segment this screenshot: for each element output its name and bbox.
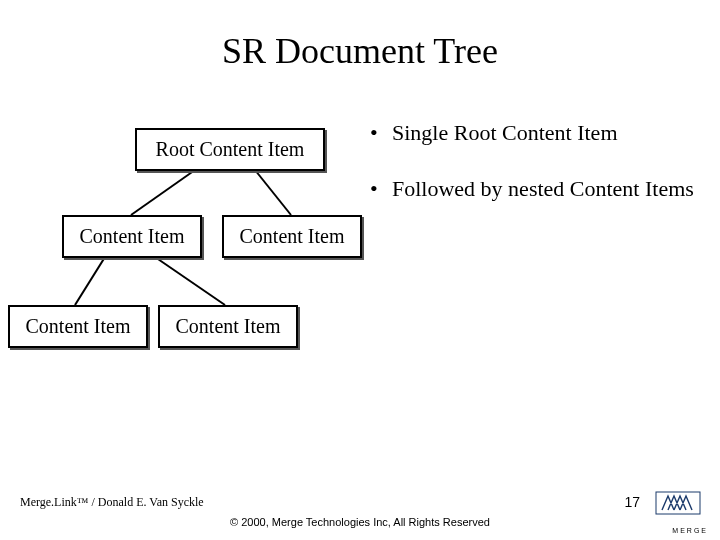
tree-node-l1-right: Content Item <box>222 215 362 258</box>
footer-copyright: © 2000, Merge Technologies Inc, All Righ… <box>0 516 720 528</box>
bullet-list: Single Root Content Item Followed by nes… <box>370 120 700 232</box>
svg-rect-4 <box>656 492 700 514</box>
svg-line-2 <box>75 257 105 305</box>
page-number: 17 <box>624 494 640 510</box>
tree-connectors <box>0 0 720 540</box>
bullet-item: Single Root Content Item <box>370 120 700 146</box>
slide-title: SR Document Tree <box>0 30 720 72</box>
merge-logo-icon <box>654 490 702 522</box>
tree-node-l2-right: Content Item <box>158 305 298 348</box>
svg-line-3 <box>155 257 225 305</box>
merge-logo-text: MERGE <box>672 527 708 534</box>
bullet-item: Followed by nested Content Items <box>370 176 700 202</box>
svg-line-0 <box>131 170 195 215</box>
tree-node-l1-left: Content Item <box>62 215 202 258</box>
svg-line-1 <box>255 170 291 215</box>
slide: SR Document Tree Root Content Item Conte… <box>0 0 720 540</box>
footer-author: Merge.Link™ / Donald E. Van Syckle <box>20 495 204 510</box>
tree-node-root: Root Content Item <box>135 128 325 171</box>
tree-node-l2-left: Content Item <box>8 305 148 348</box>
